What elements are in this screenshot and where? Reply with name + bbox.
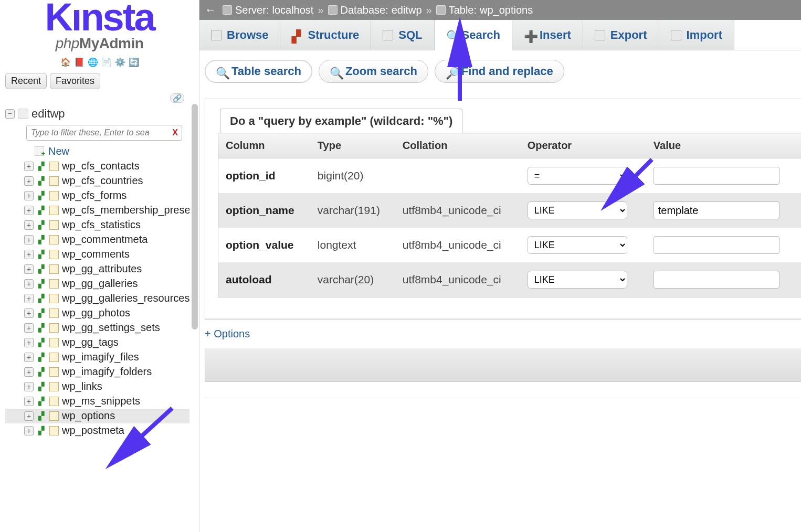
table-name: wp_comments — [62, 248, 130, 260]
expand-icon[interactable]: + — [24, 176, 34, 186]
value-input[interactable] — [654, 201, 779, 219]
sidebar-table-item[interactable]: +▞wp_cfs_countries — [5, 174, 197, 188]
table-icon — [49, 353, 59, 362]
tab-export[interactable]: Export — [583, 20, 659, 50]
sidebar-table-item[interactable]: +▞wp_gg_galleries_resources — [5, 291, 197, 306]
subtab-find-replace[interactable]: 🔎Find and replace — [435, 60, 564, 83]
value-input[interactable] — [654, 167, 779, 185]
sidebar-table-item[interactable]: +▞wp_cfs_contacts — [5, 159, 197, 174]
breadcrumb-table[interactable]: Table: wp_options — [436, 4, 533, 16]
operator-select[interactable]: LIKE — [528, 236, 627, 254]
breadcrumb-database[interactable]: Database: editwp — [328, 4, 422, 16]
db-tree: − editwp X New +▞wp_cfs_contacts+▞wp_cfs… — [0, 104, 199, 532]
tab-insert[interactable]: ➕Insert — [512, 20, 583, 50]
db-name[interactable]: editwp — [31, 107, 65, 121]
table-name: wp_cfs_countries — [62, 175, 143, 187]
cell-type: bigint(20) — [310, 158, 395, 194]
tab-structure[interactable]: ▞Structure — [280, 20, 371, 50]
cell-type: varchar(20) — [310, 262, 395, 297]
recent-button[interactable]: Recent — [5, 73, 47, 89]
options-toggle[interactable]: + Options — [199, 320, 801, 348]
qbe-row: option_valuelongtextutf8mb4_unicode_ciLI… — [218, 228, 802, 262]
operator-select[interactable]: = — [528, 167, 627, 185]
sidebar-table-item[interactable]: +▞wp_postmeta — [5, 423, 197, 438]
home-icon[interactable]: 🏠 — [60, 57, 71, 68]
sidebar-table-item[interactable]: +▞wp_gg_galleries — [5, 276, 197, 291]
value-input[interactable] — [654, 236, 779, 254]
table-struct-icon: ▞ — [37, 323, 46, 333]
table-name: wp_links — [62, 380, 102, 392]
cell-column: option_name — [218, 193, 310, 228]
table-name: wp_cfs_forms — [62, 189, 127, 201]
sidebar-table-item[interactable]: +▞wp_gg_settings_sets — [5, 321, 197, 335]
expand-icon[interactable]: + — [24, 426, 34, 435]
expand-icon[interactable]: + — [24, 191, 34, 200]
cell-column: autoload — [218, 262, 310, 297]
sidebar-table-item[interactable]: +▞wp_commentmeta — [5, 232, 197, 247]
tab-search[interactable]: 🔍Search — [435, 20, 512, 50]
link-icon[interactable]: 🔗 — [170, 93, 184, 103]
sidebar-table-item[interactable]: +▞wp_links — [5, 379, 197, 394]
favorites-button[interactable]: Favorites — [50, 73, 100, 89]
quick-icon-row: 🏠 📕 🌐 📄 ⚙️ 🔄 — [0, 54, 199, 71]
sidebar-table-item[interactable]: +▞wp_gg_attributes — [5, 262, 197, 276]
new-table-link[interactable]: New — [5, 144, 197, 159]
gear-icon[interactable]: ⚙️ — [115, 57, 125, 68]
tab-browse[interactable]: Browse — [199, 20, 280, 50]
expand-icon[interactable]: + — [24, 338, 34, 347]
sidebar-table-item[interactable]: +▞wp_cfs_statistics — [5, 218, 197, 232]
operator-select[interactable]: LIKE — [528, 271, 627, 289]
operator-select[interactable]: LIKE — [528, 201, 627, 219]
back-icon[interactable]: ← — [205, 3, 218, 17]
sidebar-table-item[interactable]: +▞wp_cfs_forms — [5, 188, 197, 203]
tab-import[interactable]: Import — [659, 20, 734, 50]
expand-icon[interactable]: + — [24, 308, 34, 318]
breadcrumb-server[interactable]: Server: localhost — [223, 4, 313, 16]
expand-icon[interactable]: + — [24, 264, 34, 274]
sidebar-table-item[interactable]: +▞wp_imagify_files — [5, 350, 197, 365]
expand-icon[interactable]: + — [24, 411, 34, 421]
expand-icon[interactable]: + — [24, 397, 34, 406]
table-name: wp_cfs_membership_prese — [62, 204, 191, 216]
expand-icon[interactable]: + — [24, 382, 34, 391]
expand-icon[interactable]: + — [24, 367, 34, 377]
sql-icon[interactable]: 📄 — [101, 57, 112, 68]
expand-icon[interactable]: + — [24, 235, 34, 244]
table-icon — [49, 279, 59, 289]
sidebar-table-item[interactable]: +▞wp_comments — [5, 247, 197, 262]
filter-input[interactable] — [26, 125, 182, 141]
top-tabs: Browse ▞Structure SQL 🔍Search ➕Insert Ex… — [199, 20, 801, 50]
reload-icon[interactable]: 🔄 — [129, 57, 139, 68]
expand-icon[interactable]: + — [24, 279, 34, 289]
table-struct-icon: ▞ — [37, 353, 46, 362]
table-name: wp_gg_galleries_resources — [62, 292, 189, 304]
table-struct-icon: ▞ — [37, 397, 46, 406]
expand-icon[interactable]: + — [24, 220, 34, 230]
subtab-table-search[interactable]: 🔍Table search — [205, 60, 312, 83]
sidebar-table-item[interactable]: +▞wp_gg_photos — [5, 306, 197, 321]
expand-icon[interactable]: + — [24, 206, 34, 215]
sidebar-table-item[interactable]: +▞wp_imagify_folders — [5, 365, 197, 379]
subtab-zoom-search[interactable]: 🔍Zoom search — [319, 60, 428, 83]
search-icon: 🔍 — [216, 67, 225, 76]
db-node[interactable]: − editwp — [5, 106, 197, 122]
value-input[interactable] — [654, 271, 779, 289]
expand-icon[interactable]: + — [24, 294, 34, 303]
clear-filter-icon[interactable]: X — [172, 128, 178, 137]
sidebar-table-item[interactable]: +▞wp_gg_tags — [5, 335, 197, 350]
collapse-icon[interactable]: − — [5, 109, 15, 119]
sidebar-table-item[interactable]: +▞wp_options — [5, 409, 197, 423]
expand-icon[interactable]: + — [24, 162, 34, 171]
sidebar-table-item[interactable]: +▞wp_cfs_membership_prese — [5, 203, 197, 218]
panel-caption: Do a "query by example" (wildcard: "%") — [220, 109, 462, 133]
expand-icon[interactable]: + — [24, 250, 34, 259]
tab-sql[interactable]: SQL — [371, 20, 434, 50]
sidebar-table-item[interactable]: +▞wp_ms_snippets — [5, 394, 197, 409]
table-name: wp_cfs_contacts — [62, 160, 140, 172]
docs-icon[interactable]: 🌐 — [88, 57, 98, 68]
expand-icon[interactable]: + — [24, 323, 34, 333]
expand-icon[interactable]: + — [24, 353, 34, 362]
sidebar-scrollbar[interactable] — [189, 104, 199, 532]
table-name: wp_gg_tags — [62, 336, 119, 348]
logout-icon[interactable]: 📕 — [74, 57, 85, 68]
